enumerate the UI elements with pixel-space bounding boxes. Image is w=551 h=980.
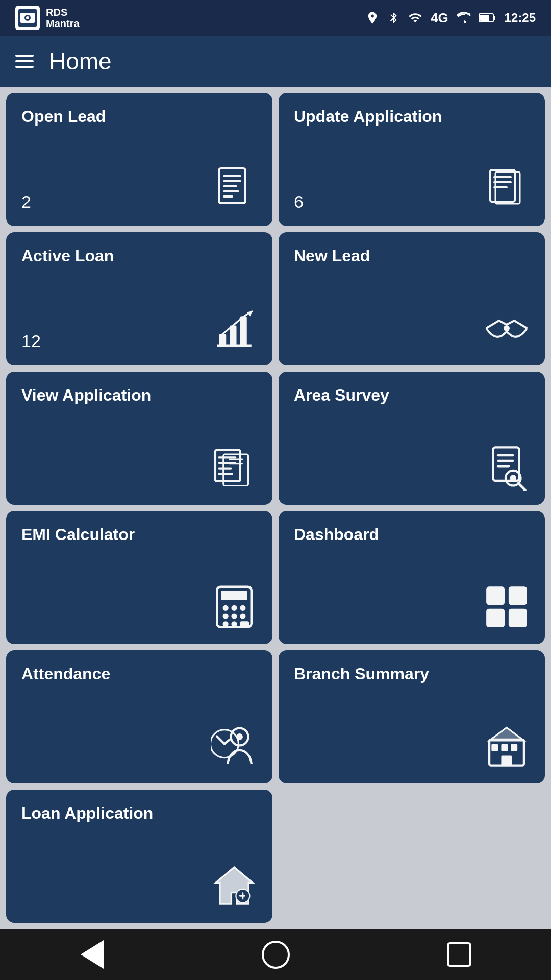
svg-rect-33 — [497, 454, 514, 456]
loan-application-card[interactable]: Loan Application — [6, 790, 272, 923]
svg-rect-27 — [218, 467, 232, 469]
active-loan-card[interactable]: Active Loan 12 — [6, 232, 272, 365]
open-lead-count: 2 — [21, 192, 31, 212]
attendance-icon — [211, 723, 257, 769]
dashboard-icon — [484, 584, 530, 630]
view-application-title: View Application — [21, 386, 257, 405]
app-icon — [15, 6, 40, 30]
app-header: Home — [0, 36, 551, 87]
emi-calculator-title: EMI Calculator — [21, 525, 257, 544]
svg-line-58 — [224, 740, 230, 744]
svg-point-41 — [223, 605, 229, 611]
wifi-icon — [408, 11, 422, 25]
svg-rect-12 — [223, 195, 233, 198]
svg-point-47 — [223, 621, 229, 627]
area-survey-title: Area Survey — [294, 386, 530, 405]
files-icon — [211, 445, 257, 491]
svg-rect-9 — [223, 180, 241, 182]
back-button[interactable] — [74, 937, 110, 972]
view-application-card[interactable]: View Application — [6, 372, 272, 505]
svg-rect-52 — [486, 609, 505, 627]
chart-icon — [211, 305, 257, 351]
svg-rect-25 — [218, 456, 236, 458]
dashboard-bottom — [294, 584, 530, 630]
svg-rect-63 — [501, 756, 512, 766]
svg-rect-60 — [491, 744, 498, 751]
area-survey-card[interactable]: Area Survey — [279, 372, 545, 505]
calculator-icon — [211, 584, 257, 630]
new-lead-bottom — [294, 305, 530, 351]
open-lead-title: Open Lead — [21, 107, 257, 126]
home-button[interactable] — [258, 937, 293, 972]
attendance-title: Attendance — [21, 665, 257, 683]
branch-summary-bottom — [294, 723, 530, 769]
status-icons: 4G 12:25 — [365, 10, 536, 26]
svg-point-44 — [223, 613, 229, 619]
bottom-navigation — [0, 929, 551, 980]
svg-point-43 — [240, 605, 245, 611]
svg-line-37 — [518, 483, 525, 490]
page-title: Home — [49, 47, 112, 75]
new-lead-card[interactable]: New Lead — [279, 232, 545, 365]
signal-icon — [457, 11, 471, 25]
pages-icon — [484, 166, 530, 212]
location-icon — [365, 11, 380, 25]
emi-calculator-bottom — [21, 584, 257, 630]
svg-rect-10 — [223, 185, 237, 187]
svg-point-3 — [26, 16, 29, 19]
emi-calculator-card[interactable]: EMI Calculator — [6, 511, 272, 644]
attendance-card[interactable]: Attendance — [6, 650, 272, 783]
app-name: RDSMantra — [46, 7, 80, 29]
svg-rect-49 — [240, 621, 249, 627]
update-application-bottom: 6 — [294, 166, 530, 212]
svg-rect-8 — [223, 175, 241, 177]
update-application-title: Update Application — [294, 107, 530, 126]
status-bar: RDSMantra 4G 12:25 — [0, 0, 551, 36]
svg-point-45 — [231, 613, 237, 619]
svg-point-48 — [231, 621, 237, 627]
document-icon — [211, 166, 257, 212]
bluetooth-icon — [388, 11, 400, 25]
svg-rect-40 — [221, 591, 247, 600]
update-application-card[interactable]: Update Application 6 — [279, 93, 545, 226]
branch-icon — [484, 723, 530, 769]
svg-rect-28 — [218, 473, 233, 475]
svg-rect-5 — [480, 15, 489, 21]
back-icon — [81, 940, 104, 969]
handshake-icon — [484, 305, 530, 351]
active-loan-count: 12 — [21, 331, 41, 351]
svg-line-57 — [217, 736, 224, 744]
dashboard-card[interactable]: Dashboard — [279, 511, 545, 644]
svg-rect-50 — [486, 586, 505, 605]
open-lead-card[interactable]: Open Lead 2 — [6, 93, 272, 226]
branch-summary-card[interactable]: Branch Summary — [279, 650, 545, 783]
svg-point-46 — [240, 613, 245, 619]
svg-rect-51 — [509, 586, 527, 605]
svg-rect-61 — [501, 744, 508, 751]
recent-button[interactable] — [441, 937, 477, 972]
svg-rect-21 — [240, 317, 247, 346]
branch-summary-title: Branch Summary — [294, 665, 530, 683]
loan-application-bottom — [21, 863, 257, 909]
svg-rect-6 — [493, 16, 495, 20]
dashboard-title: Dashboard — [294, 525, 530, 544]
active-loan-bottom: 12 — [21, 305, 257, 351]
main-grid: Open Lead 2 Update Application 6 — [0, 87, 551, 929]
active-loan-title: Active Loan — [21, 247, 257, 265]
new-lead-title: New Lead — [294, 247, 530, 265]
svg-point-23 — [504, 325, 510, 331]
menu-button[interactable] — [15, 55, 34, 68]
svg-rect-13 — [490, 170, 515, 202]
svg-rect-31 — [229, 463, 243, 464]
svg-rect-53 — [509, 609, 527, 627]
battery-icon — [479, 11, 496, 25]
area-survey-bottom — [294, 445, 530, 491]
recent-icon — [447, 942, 471, 967]
svg-rect-62 — [511, 744, 517, 751]
network-type: 4G — [431, 10, 448, 26]
svg-rect-34 — [497, 460, 514, 462]
svg-marker-65 — [489, 727, 524, 740]
view-application-bottom — [21, 445, 257, 491]
svg-rect-30 — [229, 459, 243, 460]
svg-point-38 — [510, 475, 516, 481]
